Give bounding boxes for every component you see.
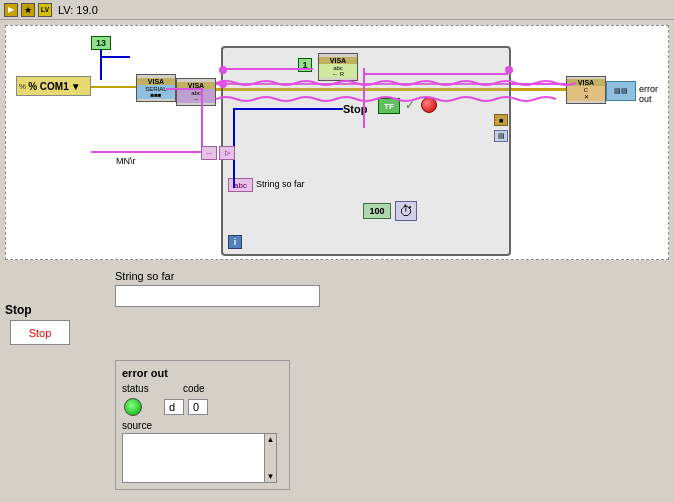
stop-label-fp: Stop [5,303,32,317]
const-13: 13 [91,36,111,50]
visa-body-1: SERIAL■■■ [137,85,175,99]
pink-wire-loop-2 [363,73,508,75]
blue-wire-loop [233,108,343,110]
code-label: code [183,383,205,394]
visa-close-block[interactable]: VISA C✕ [566,76,606,104]
pink-connector-left: ··· ▷ [201,146,235,160]
error-out-label-diagram: error out [639,84,668,104]
error-values-row: d 0 [122,398,283,416]
abc-box: abc [228,178,253,192]
stop-circle[interactable] [421,97,437,113]
visa-body-4: C✕ [567,86,605,101]
pink-wire-loop-v1 [363,68,365,128]
pink-wire-loop-1 [223,68,313,70]
visa-body-2: abc→ [177,89,215,103]
pink-outer-2 [166,88,201,90]
right-connectors: ■ ▤ [493,103,509,153]
code-value-d: d [164,399,184,415]
wire-13-v [100,50,102,80]
star-icon: ★ [21,3,35,17]
title-icons: ▶ ★ LV [4,3,52,17]
status-label: status [122,383,157,394]
title-bar: ▶ ★ LV LV: 19.0 [0,0,674,20]
error-out-box-right: ▤▤ [606,81,636,101]
scroll-up-icon[interactable]: ▲ [267,435,275,444]
visa-label-1: VISA [137,78,175,85]
wire-13-h [100,56,130,58]
error-out-section: error out status code d 0 source ▲ ▼ [115,360,290,490]
com1-label: % COM1 [28,81,69,92]
loop-box: 1 VISA abc← R Stop TF ✓ abc String so fa… [221,46,511,256]
stop-button-label: Stop [29,327,52,339]
pink-outer-1 [91,151,216,153]
scroll-down-icon[interactable]: ▼ [267,472,275,481]
arrow-icon: ▶ [4,3,18,17]
visa-label-4: VISA [567,79,605,86]
code-value-num: 0 [188,399,208,415]
check-icon: ✓ [405,98,415,112]
mn-label: MN\r [116,156,136,166]
stop-button[interactable]: Stop [10,320,70,345]
visa-body-3: abc← R [319,64,357,78]
visa-read-block[interactable]: VISA abc← R [318,53,358,81]
canvas-area: 13 % % COM1 ▼ VISA SERIAL■■■ VISA abc→ [0,20,674,502]
wait-icon[interactable]: ⏱ [395,201,417,221]
tf-box[interactable]: TF [378,98,400,114]
source-display: ▲ ▼ [122,433,277,483]
visa-label-3: VISA [319,57,357,64]
connector-left-mid [219,80,227,88]
lv-icon: LV [38,3,52,17]
source-scrollbar[interactable]: ▲ ▼ [264,434,276,482]
string-so-far-display [115,285,320,307]
const-100: 100 [363,203,391,219]
error-out-title: error out [122,367,283,379]
window-title: LV: 19.0 [58,4,98,16]
wire-com1-h [91,86,141,88]
pink-outer-v1 [201,88,203,151]
status-led [124,398,142,416]
visa-write-block[interactable]: VISA abc→ [176,78,216,106]
string-label-diagram: String so far [256,179,305,189]
string-so-far-label: String so far [115,270,174,282]
iteration-i: i [228,235,242,249]
error-status-row: status code [122,383,283,394]
source-label: source [122,420,283,431]
com1-block[interactable]: % % COM1 ▼ [16,76,91,96]
block-diagram: 13 % % COM1 ▼ VISA SERIAL■■■ VISA abc→ [5,25,669,260]
